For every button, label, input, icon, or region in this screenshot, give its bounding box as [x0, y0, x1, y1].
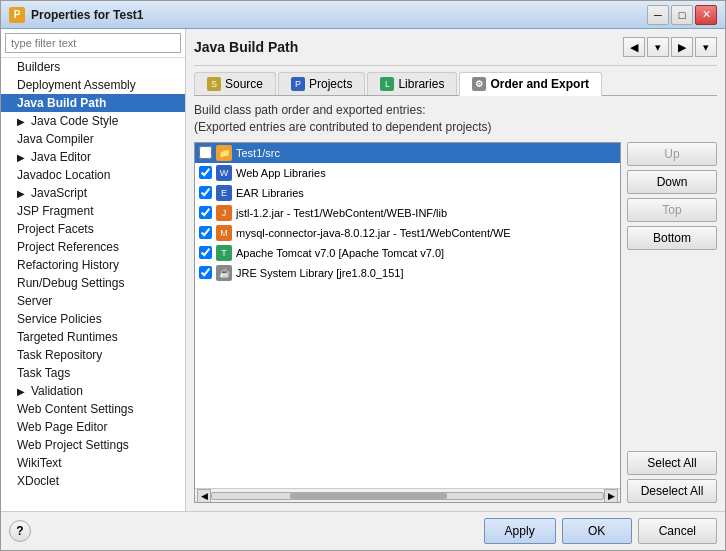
- minimize-button[interactable]: ─: [647, 5, 669, 25]
- tab-projects[interactable]: P Projects: [278, 72, 365, 95]
- description-line1: Build class path order and exported entr…: [194, 102, 717, 119]
- sidebar-item-task-tags[interactable]: Task Tags: [1, 364, 185, 382]
- button-panel: Up Down Top Bottom Select All Deselect A…: [627, 142, 717, 503]
- maximize-button[interactable]: □: [671, 5, 693, 25]
- list-item-tomcat[interactable]: T Apache Tomcat v7.0 [Apache Tomcat v7.0…: [195, 243, 620, 263]
- sidebar-item-task-repository[interactable]: Task Repository: [1, 346, 185, 364]
- sidebar-item-java-build-path[interactable]: Java Build Path: [1, 94, 185, 112]
- checkbox-jstl-jar[interactable]: [199, 206, 212, 219]
- list-item-jre[interactable]: ☕ JRE System Library [jre1.8.0_151]: [195, 263, 620, 283]
- sidebar-item-web-page-editor[interactable]: Web Page Editor: [1, 418, 185, 436]
- list-item-mysql-jar[interactable]: M mysql-connector-java-8.0.12.jar - Test…: [195, 223, 620, 243]
- scroll-left-arrow[interactable]: ◀: [197, 489, 211, 503]
- tab-source[interactable]: S Source: [194, 72, 276, 95]
- bottom-left: ?: [9, 520, 478, 542]
- checkbox-test1-src[interactable]: [199, 146, 212, 159]
- sidebar-item-deployment-assembly[interactable]: Deployment Assembly: [1, 76, 185, 94]
- checkbox-ear-libraries[interactable]: [199, 186, 212, 199]
- sidebar-item-validation[interactable]: ▶Validation: [1, 382, 185, 400]
- sidebar-item-project-facets[interactable]: Project Facets: [1, 220, 185, 238]
- close-button[interactable]: ✕: [695, 5, 717, 25]
- sidebar-item-project-references[interactable]: Project References: [1, 238, 185, 256]
- panel-title: Java Build Path: [194, 39, 623, 59]
- tab-source-icon: S: [207, 77, 221, 91]
- tabs-bar: S Source P Projects L Libraries ⚙ Order …: [194, 72, 717, 96]
- deselect-all-button[interactable]: Deselect All: [627, 479, 717, 503]
- help-button[interactable]: ?: [9, 520, 31, 542]
- nav-arrows: ◀ ▾ ▶ ▾: [623, 37, 717, 57]
- tab-projects-label: Projects: [309, 77, 352, 91]
- down-button[interactable]: Down: [627, 170, 717, 194]
- tab-order-label: Order and Export: [490, 77, 589, 91]
- filter-input[interactable]: [5, 33, 181, 53]
- list-scroll[interactable]: 📁 Test1/src W Web App Libraries E EAR Li…: [195, 143, 620, 488]
- build-path-list: 📁 Test1/src W Web App Libraries E EAR Li…: [194, 142, 621, 503]
- sidebar-item-run-debug-settings[interactable]: Run/Debug Settings: [1, 274, 185, 292]
- scroll-right-arrow[interactable]: ▶: [604, 489, 618, 503]
- icon-tomcat: T: [216, 245, 232, 261]
- sidebar-item-targeted-runtimes[interactable]: Targeted Runtimes: [1, 328, 185, 346]
- bottom-button[interactable]: Bottom: [627, 226, 717, 250]
- sidebar-item-java-compiler[interactable]: Java Compiler: [1, 130, 185, 148]
- window-icon: P: [9, 7, 25, 23]
- cancel-button[interactable]: Cancel: [638, 518, 717, 544]
- nav-back-button[interactable]: ◀: [623, 37, 645, 57]
- tab-libraries-label: Libraries: [398, 77, 444, 91]
- sidebar-item-service-policies[interactable]: Service Policies: [1, 310, 185, 328]
- sidebar-item-jsp-fragment[interactable]: JSP Fragment: [1, 202, 185, 220]
- list-item-web-app-libraries[interactable]: W Web App Libraries: [195, 163, 620, 183]
- tab-projects-icon: P: [291, 77, 305, 91]
- window-title: Properties for Test1: [31, 8, 647, 22]
- ok-button[interactable]: OK: [562, 518, 632, 544]
- horizontal-scrollbar[interactable]: ◀ ▶: [195, 488, 620, 502]
- sidebar-item-builders[interactable]: Builders: [1, 58, 185, 76]
- label-jre: JRE System Library [jre1.8.0_151]: [236, 267, 404, 279]
- list-item-ear-libraries[interactable]: E EAR Libraries: [195, 183, 620, 203]
- sidebar-item-server[interactable]: Server: [1, 292, 185, 310]
- sidebar-item-refactoring-history[interactable]: Refactoring History: [1, 256, 185, 274]
- filter-box: [1, 29, 185, 58]
- main-content: Builders Deployment Assembly Java Build …: [1, 29, 725, 511]
- icon-ear-libraries: E: [216, 185, 232, 201]
- list-item-test1-src[interactable]: 📁 Test1/src: [195, 143, 620, 163]
- sidebar-item-web-content-settings[interactable]: Web Content Settings: [1, 400, 185, 418]
- tab-source-label: Source: [225, 77, 263, 91]
- icon-jstl-jar: J: [216, 205, 232, 221]
- content-area: 📁 Test1/src W Web App Libraries E EAR Li…: [194, 142, 717, 503]
- up-button[interactable]: Up: [627, 142, 717, 166]
- label-test1-src: Test1/src: [236, 147, 280, 159]
- description: Build class path order and exported entr…: [194, 102, 717, 136]
- checkbox-web-app-libraries[interactable]: [199, 166, 212, 179]
- icon-test1-src: 📁: [216, 145, 232, 161]
- sidebar-item-web-project-settings[interactable]: Web Project Settings: [1, 436, 185, 454]
- select-all-button[interactable]: Select All: [627, 451, 717, 475]
- tab-order-icon: ⚙: [472, 77, 486, 91]
- nav-menu-button[interactable]: ▾: [695, 37, 717, 57]
- properties-window: P Properties for Test1 ─ □ ✕ Builders De…: [0, 0, 726, 551]
- tab-order-export[interactable]: ⚙ Order and Export: [459, 72, 602, 96]
- checkbox-tomcat[interactable]: [199, 246, 212, 259]
- top-button[interactable]: Top: [627, 198, 717, 222]
- nav-forward-button[interactable]: ▶: [671, 37, 693, 57]
- tab-libraries[interactable]: L Libraries: [367, 72, 457, 95]
- label-mysql-jar: mysql-connector-java-8.0.12.jar - Test1/…: [236, 227, 511, 239]
- sidebar-item-xdoclet[interactable]: XDoclet: [1, 472, 185, 490]
- window-controls: ─ □ ✕: [647, 5, 717, 25]
- apply-button[interactable]: Apply: [484, 518, 556, 544]
- tree-list: Builders Deployment Assembly Java Build …: [1, 58, 185, 511]
- sidebar-item-java-code-style[interactable]: ▶Java Code Style: [1, 112, 185, 130]
- list-item-jstl-jar[interactable]: J jstl-1.2.jar - Test1/WebContent/WEB-IN…: [195, 203, 620, 223]
- nav-dropdown-button[interactable]: ▾: [647, 37, 669, 57]
- bottom-bar: ? Apply OK Cancel: [1, 511, 725, 550]
- nav-bar: ◀ ▾ ▶ ▾: [623, 37, 717, 57]
- label-web-app-libraries: Web App Libraries: [236, 167, 326, 179]
- sidebar-item-javadoc-location[interactable]: Javadoc Location: [1, 166, 185, 184]
- checkbox-mysql-jar[interactable]: [199, 226, 212, 239]
- checkbox-jre[interactable]: [199, 266, 212, 279]
- label-tomcat: Apache Tomcat v7.0 [Apache Tomcat v7.0]: [236, 247, 444, 259]
- sidebar-item-java-editor[interactable]: ▶Java Editor: [1, 148, 185, 166]
- sidebar-item-wikitext[interactable]: WikiText: [1, 454, 185, 472]
- scroll-track[interactable]: [211, 492, 604, 500]
- sidebar-item-javascript[interactable]: ▶JavaScript: [1, 184, 185, 202]
- left-panel: Builders Deployment Assembly Java Build …: [1, 29, 186, 511]
